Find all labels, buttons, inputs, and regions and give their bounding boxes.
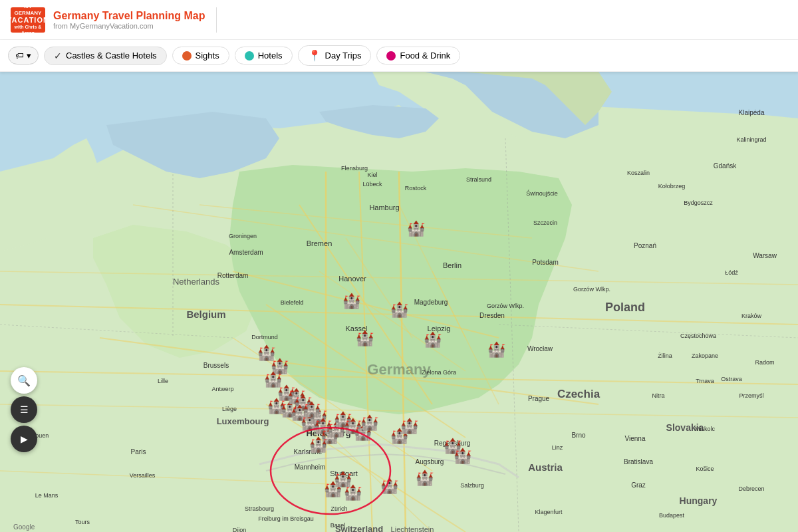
svg-text:Prague: Prague bbox=[528, 395, 550, 402]
svg-text:Dortmund: Dortmund bbox=[251, 334, 278, 340]
svg-text:Gdańsk: Gdańsk bbox=[714, 162, 737, 170]
svg-text:Kaliningrad: Kaliningrad bbox=[736, 136, 766, 143]
svg-text:Poznań: Poznań bbox=[634, 242, 656, 249]
svg-text:Luxembourg: Luxembourg bbox=[217, 416, 269, 426]
svg-text:Tours: Tours bbox=[75, 519, 90, 525]
svg-text:Czechia: Czechia bbox=[557, 388, 600, 400]
svg-text:Ostrava: Ostrava bbox=[721, 376, 742, 382]
navigate-button[interactable]: ▶ bbox=[11, 426, 37, 452]
svg-text:Bydgoszcz: Bydgoszcz bbox=[684, 200, 713, 206]
hotels-label: Hotels bbox=[258, 51, 283, 61]
castles-label: Castles & Castle Hotels bbox=[66, 51, 157, 61]
sights-filter[interactable]: Sights bbox=[172, 47, 229, 65]
svg-text:Lille: Lille bbox=[158, 378, 168, 384]
svg-text:Gorzów Wlkp.: Gorzów Wlkp. bbox=[573, 286, 610, 293]
svg-text:Brussels: Brussels bbox=[203, 362, 229, 369]
svg-text:Košice: Košice bbox=[696, 466, 714, 472]
svg-text:Budapest: Budapest bbox=[659, 512, 685, 519]
svg-text:Brno: Brno bbox=[571, 432, 586, 439]
svg-text:🏰: 🏰 bbox=[424, 331, 442, 348]
svg-text:Zürich: Zürich bbox=[331, 505, 347, 512]
svg-text:Hungary: Hungary bbox=[680, 495, 718, 506]
svg-text:Strasbourg: Strasbourg bbox=[245, 505, 274, 512]
svg-text:🏰: 🏰 bbox=[356, 329, 374, 347]
svg-text:🏰: 🏰 bbox=[303, 400, 321, 418]
svg-text:🏰: 🏰 bbox=[309, 436, 328, 454]
app-header: MY GERMANY VACATION with Chris & Aaron G… bbox=[0, 0, 798, 40]
navigate-icon: ▶ bbox=[21, 434, 28, 444]
map-area[interactable]: Hamburg Berlin Bremen Hanover Kassel Lei… bbox=[0, 72, 798, 532]
svg-text:Wrocław: Wrocław bbox=[527, 345, 553, 352]
svg-text:Flensburg: Flensburg bbox=[341, 165, 368, 172]
svg-text:Vienna: Vienna bbox=[625, 435, 646, 442]
svg-text:Warsaw: Warsaw bbox=[753, 252, 777, 259]
svg-text:Żilina: Żilina bbox=[658, 352, 672, 359]
svg-text:Trnava: Trnava bbox=[696, 378, 714, 384]
search-button[interactable]: 🔍 bbox=[11, 367, 37, 394]
svg-text:Mannheim: Mannheim bbox=[295, 464, 326, 471]
svg-text:Magdeburg: Magdeburg bbox=[414, 299, 448, 306]
svg-text:Freiburg im Breisgau: Freiburg im Breisgau bbox=[258, 515, 314, 522]
logo-icon: MY GERMANY VACATION with Chris & Aaron bbox=[11, 7, 45, 33]
svg-text:Rostock: Rostock bbox=[405, 185, 427, 192]
svg-text:Kołobrzeg: Kołobrzeg bbox=[658, 183, 686, 190]
svg-text:🏰: 🏰 bbox=[407, 219, 426, 237]
svg-text:Bratislava: Bratislava bbox=[624, 458, 653, 466]
filter-bar: 🏷 ▾ ✓ Castles & Castle Hotels Sights Hot… bbox=[0, 40, 798, 72]
svg-text:Bremen: Bremen bbox=[307, 239, 332, 247]
daytrips-filter[interactable]: 📍 Day Trips bbox=[298, 45, 372, 66]
castles-filter[interactable]: ✓ Castles & Castle Hotels bbox=[44, 47, 167, 65]
svg-text:Hamburg: Hamburg bbox=[369, 203, 399, 211]
tag-filter-button[interactable]: 🏷 ▾ bbox=[8, 47, 39, 65]
svg-text:Zielona Góra: Zielona Góra bbox=[422, 369, 456, 376]
svg-text:Berlin: Berlin bbox=[443, 261, 462, 269]
svg-text:Liège: Liège bbox=[222, 406, 237, 412]
svg-text:Częstochowa: Częstochowa bbox=[680, 332, 716, 339]
svg-text:Gorzów Wlkp.: Gorzów Wlkp. bbox=[487, 303, 524, 309]
svg-text:Klaipėda: Klaipėda bbox=[739, 109, 765, 116]
hotels-filter[interactable]: Hotels bbox=[235, 47, 293, 65]
sights-dot bbox=[182, 51, 192, 61]
svg-text:Koszalin: Koszalin bbox=[627, 170, 650, 176]
svg-text:Kraków: Kraków bbox=[741, 313, 762, 319]
site-title-area: Germany Travel Planning Map from MyGerma… bbox=[53, 9, 205, 30]
checkmark-icon: ✓ bbox=[54, 51, 62, 61]
daytrips-pin-icon: 📍 bbox=[308, 49, 321, 62]
svg-text:Rotterdam: Rotterdam bbox=[217, 272, 249, 279]
svg-text:Potsdam: Potsdam bbox=[532, 259, 558, 266]
svg-text:Belgium: Belgium bbox=[186, 309, 225, 320]
food-filter[interactable]: Food & Drink bbox=[376, 47, 460, 65]
svg-text:Debrecen: Debrecen bbox=[738, 485, 764, 492]
svg-text:🏰: 🏰 bbox=[454, 447, 472, 465]
svg-text:Austria: Austria bbox=[528, 462, 563, 473]
svg-text:🏰: 🏰 bbox=[416, 469, 434, 487]
sights-label: Sights bbox=[196, 51, 219, 61]
svg-text:Miskolc: Miskolc bbox=[695, 426, 716, 432]
svg-text:Versailles: Versailles bbox=[130, 472, 156, 479]
svg-text:Le Mans: Le Mans bbox=[35, 492, 59, 499]
daytrips-label: Day Trips bbox=[325, 51, 362, 61]
svg-text:Kiel: Kiel bbox=[367, 172, 377, 178]
svg-text:Łódź: Łódź bbox=[725, 269, 738, 276]
svg-text:Amsterdam: Amsterdam bbox=[229, 249, 263, 256]
map-svg: Hamburg Berlin Bremen Hanover Kassel Lei… bbox=[0, 72, 798, 532]
svg-text:Liechtenstein: Liechtenstein bbox=[391, 525, 434, 532]
svg-text:Szczecin: Szczecin bbox=[533, 219, 557, 226]
map-controls: 🔍 ☰ ▶ bbox=[11, 367, 37, 452]
svg-text:Hanover: Hanover bbox=[338, 275, 366, 283]
svg-text:Dresden: Dresden bbox=[479, 312, 505, 319]
hotels-dot bbox=[245, 51, 254, 61]
svg-text:Dijon: Dijon bbox=[233, 527, 247, 532]
svg-text:🏰: 🏰 bbox=[400, 417, 419, 435]
tag-chevron: ▾ bbox=[27, 51, 31, 61]
food-dot bbox=[386, 51, 396, 61]
filter-button[interactable]: ☰ bbox=[11, 396, 37, 423]
svg-text:Bielefeld: Bielefeld bbox=[281, 299, 304, 306]
svg-text:Basel: Basel bbox=[331, 522, 346, 529]
svg-text:Przemyśl: Przemyśl bbox=[739, 392, 763, 399]
svg-text:Linz: Linz bbox=[552, 444, 563, 451]
svg-text:Nitra: Nitra bbox=[652, 392, 664, 399]
svg-text:Stralsund: Stralsund bbox=[466, 176, 491, 183]
svg-text:🏰: 🏰 bbox=[344, 483, 362, 501]
svg-text:Salzburg: Salzburg bbox=[460, 482, 484, 489]
